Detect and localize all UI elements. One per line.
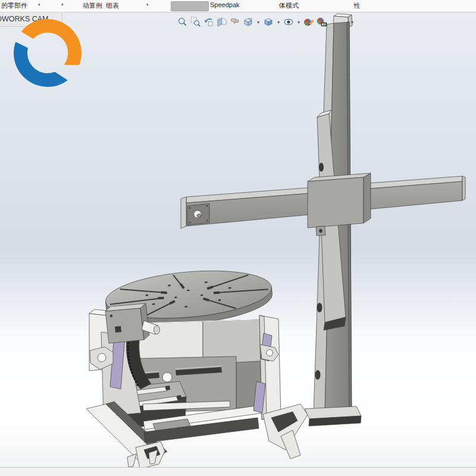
- cmd-item-large-assembly-mode[interactable]: 体模式: [279, 1, 299, 10]
- cmd-item-properties[interactable]: 性: [354, 1, 361, 10]
- zoom-to-area-button[interactable]: [190, 17, 201, 27]
- previous-view-icon: [203, 17, 214, 27]
- cmd-item-motion-study[interactable]: 动算例: [83, 1, 102, 10]
- cmd-item-bom[interactable]: 细表: [106, 1, 119, 10]
- cmd-item-components[interactable]: 的零部件: [1, 1, 27, 10]
- apply-scene-icon: [317, 17, 327, 27]
- chevron-down-icon[interactable]: ▾: [350, 20, 355, 25]
- status-bar: [0, 467, 476, 476]
- section-view-button[interactable]: [217, 17, 227, 27]
- section-view-icon: [217, 17, 227, 27]
- right-base-foot[interactable]: [263, 404, 308, 459]
- display-style-button[interactable]: [263, 17, 274, 27]
- column-base-plate[interactable]: [305, 406, 361, 426]
- chevron-down-icon[interactable]: ▾: [61, 2, 64, 7]
- apply-scene-button[interactable]: [317, 17, 327, 27]
- chevron-down-icon[interactable]: ▾: [256, 20, 261, 25]
- previous-view-button[interactable]: [203, 17, 214, 27]
- hide-show-items-button[interactable]: [283, 17, 294, 27]
- watermark-swirl-logo: [5, 15, 94, 104]
- command-manager-bar: 的零部件 ▾ ▾ 动算例 细表 ▾ Speedpak 体模式 性: [0, 0, 476, 12]
- graphics-viewport[interactable]: DWORKS CAM: [0, 12, 476, 467]
- solidworks-window: 的零部件 ▾ ▾ 动算例 细表 ▾ Speedpak 体模式 性 DWORKS …: [0, 0, 476, 476]
- logo-orange-arc: [22, 20, 81, 64]
- heads-up-view-toolbar: ▾ ▾ ▾: [177, 16, 355, 28]
- dynamic-annotation-views-button[interactable]: [230, 17, 240, 27]
- display-style-icon: [263, 17, 274, 27]
- zoom-to-area-icon: [190, 17, 201, 27]
- edit-appearance-button[interactable]: [303, 17, 314, 27]
- cmd-item-speedpak[interactable]: Speedpak: [210, 1, 240, 8]
- zoom-to-fit-icon: [177, 17, 188, 27]
- chevron-down-icon[interactable]: ▾: [276, 20, 281, 25]
- chevron-down-icon[interactable]: ▾: [38, 2, 40, 7]
- welding-positioner[interactable]: [86, 265, 308, 467]
- disabled-toolbar-button[interactable]: [171, 1, 209, 11]
- edit-appearance-icon: [303, 17, 314, 27]
- dynamic-annotation-views-icon: [230, 17, 240, 27]
- logo-blue-arc: [14, 43, 67, 86]
- hide-show-items-icon: [283, 17, 294, 27]
- chevron-down-icon[interactable]: ▾: [296, 20, 301, 25]
- zoom-to-fit-button[interactable]: [177, 17, 188, 27]
- chevron-down-icon[interactable]: ▾: [146, 2, 149, 7]
- view-orientation-icon: [243, 17, 253, 27]
- view-orientation-button[interactable]: [243, 17, 253, 27]
